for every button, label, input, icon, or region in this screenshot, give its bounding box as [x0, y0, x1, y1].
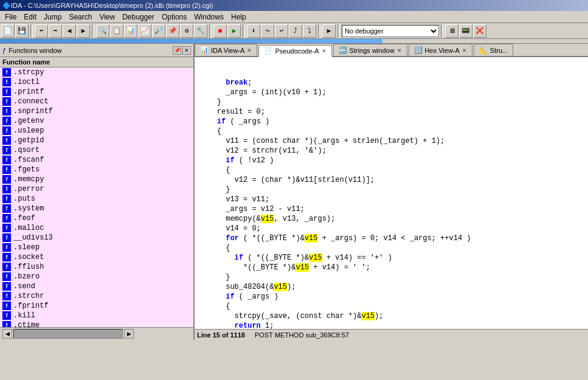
- functions-panel-pin[interactable]: 📌: [173, 46, 181, 55]
- tab-pseudocode[interactable]: 📄 Pseudocode-A ✕: [258, 45, 331, 57]
- list-item[interactable]: f.getenv: [0, 116, 193, 126]
- tb-end1[interactable]: 🖥: [445, 24, 458, 38]
- tb-step1[interactable]: ⬇: [247, 24, 260, 38]
- list-item[interactable]: f.system: [0, 204, 193, 213]
- tab-ida-view-close[interactable]: ✕: [247, 47, 252, 54]
- tb-btn5[interactable]: 🔎: [152, 24, 165, 38]
- tb-step5[interactable]: ⤵: [303, 24, 316, 38]
- code-line: v11 = (const char *)(_args + strlen(_tar…: [199, 136, 583, 146]
- tb-stop[interactable]: ■: [213, 24, 227, 38]
- list-item[interactable]: f.fgets: [0, 165, 193, 174]
- list-item[interactable]: f.memcpy: [0, 174, 193, 184]
- tb-btn8[interactable]: 🔧: [194, 24, 207, 38]
- menu-file[interactable]: File: [1, 12, 20, 22]
- list-item[interactable]: f.getpid: [0, 136, 193, 145]
- tab-ida-view[interactable]: 📊 IDA View-A ✕: [195, 44, 257, 56]
- tb-btn7[interactable]: ⚙: [180, 24, 193, 38]
- list-item[interactable]: f.fflush: [0, 262, 193, 272]
- list-item[interactable]: f.strcpy: [0, 67, 193, 77]
- list-item[interactable]: f.usleep: [0, 126, 193, 136]
- list-item[interactable]: f.connect: [0, 97, 193, 106]
- list-item[interactable]: f.puts: [0, 194, 193, 204]
- hscroll-right[interactable]: ▶: [124, 329, 134, 339]
- tab-strings-close[interactable]: ✕: [397, 47, 402, 54]
- code-line: memcpy(&v15, v13, _args);: [199, 214, 583, 224]
- tb-back2[interactable]: ◀: [63, 24, 76, 38]
- code-line: if ( _args ): [199, 117, 583, 126]
- function-name: .system: [13, 204, 44, 213]
- tb-btn6[interactable]: 📌: [166, 24, 179, 38]
- tb-step4[interactable]: ⤴: [289, 24, 302, 38]
- tb-btn2[interactable]: 📋: [110, 24, 123, 38]
- function-name: .puts: [13, 195, 35, 203]
- code-line: {: [199, 302, 583, 311]
- list-item[interactable]: f.ctime: [0, 320, 193, 327]
- tab-pseudocode-close[interactable]: ✕: [322, 48, 327, 54]
- list-item[interactable]: f.fprintf: [0, 301, 193, 311]
- tab-strings-window[interactable]: 🔤 Strings window ✕: [333, 44, 407, 56]
- function-icon: f: [2, 233, 11, 242]
- tab-struct[interactable]: 📐 Stru...: [474, 44, 513, 56]
- code-panel: 📊 IDA View-A ✕ 📄 Pseudocode-A ✕ 🔤 String…: [195, 44, 588, 340]
- list-item[interactable]: f.perror: [0, 184, 193, 194]
- menu-help[interactable]: Help: [227, 12, 250, 22]
- list-item[interactable]: f.kill: [0, 311, 193, 320]
- functions-panel-close[interactable]: ✕: [182, 46, 191, 55]
- tb-btn4[interactable]: 📈: [138, 24, 151, 38]
- debugger-select[interactable]: No debugger: [342, 25, 439, 37]
- code-line: return 1;: [199, 321, 583, 329]
- function-icon: f: [2, 243, 11, 252]
- status-bar: Line 15 of 1118 POST METHOD sub_369C8:57: [195, 329, 588, 340]
- function-name: .strchr: [13, 292, 44, 300]
- hscroll-left[interactable]: ◀: [2, 329, 12, 339]
- line-info: Line 15 of 1118: [197, 331, 245, 339]
- function-icon: f: [2, 175, 11, 184]
- list-item[interactable]: f.printf: [0, 87, 193, 97]
- code-line: for ( *((_BYTE *)&v15 + _args) = 0; v14 …: [199, 233, 583, 243]
- function-icon: f: [2, 204, 11, 213]
- tb-forward[interactable]: ➡: [49, 24, 62, 38]
- menu-debugger[interactable]: Debugger: [119, 12, 158, 22]
- tb-step2[interactable]: ↪: [261, 24, 274, 38]
- menu-search[interactable]: Search: [65, 12, 95, 22]
- list-item[interactable]: f.fscanf: [0, 155, 193, 165]
- list-item[interactable]: f.sleep: [0, 243, 193, 252]
- function-name: .qsort: [13, 146, 40, 154]
- tab-struct-label: Stru...: [490, 47, 508, 54]
- function-name: .kill: [13, 311, 35, 320]
- list-item[interactable]: f.socket: [0, 252, 193, 262]
- menu-view[interactable]: View: [95, 12, 119, 22]
- menu-options[interactable]: Options: [158, 12, 190, 22]
- tb-btn1[interactable]: 🔍: [96, 24, 109, 38]
- tab-hex-close[interactable]: ✕: [462, 47, 467, 54]
- tb-forward2[interactable]: ▶: [77, 24, 90, 38]
- tb-run[interactable]: ▶: [227, 24, 241, 38]
- tb-end3[interactable]: ❌: [473, 24, 486, 38]
- tb-new[interactable]: 📄: [1, 24, 15, 38]
- list-item[interactable]: f.send: [0, 282, 193, 291]
- tab-hex-view[interactable]: 🔢 Hex View-A ✕: [409, 44, 472, 56]
- list-item[interactable]: f.snprintf: [0, 106, 193, 116]
- functions-list[interactable]: f.strcpyf.ioctlf.printff.connectf.snprin…: [0, 67, 193, 327]
- function-name: .feof: [13, 214, 35, 223]
- list-item[interactable]: f.bzero: [0, 272, 193, 282]
- tb-back[interactable]: ⬅: [35, 24, 48, 38]
- tb-end2[interactable]: 📟: [459, 24, 472, 38]
- menu-jump[interactable]: Jump: [40, 12, 65, 22]
- code-area[interactable]: break; _args = (int)(v10 + 1); } result …: [195, 57, 588, 329]
- list-item[interactable]: f.malloc: [0, 223, 193, 233]
- list-item[interactable]: f.qsort: [0, 145, 193, 155]
- list-item[interactable]: f.strchr: [0, 291, 193, 301]
- tb-btn3[interactable]: 📊: [124, 24, 137, 38]
- list-item[interactable]: f.ioctl: [0, 77, 193, 87]
- tb-save[interactable]: 💾: [15, 24, 29, 38]
- hscroll-track[interactable]: [13, 329, 123, 339]
- list-item[interactable]: f__udivsi3: [0, 233, 193, 243]
- tb-play[interactable]: ▶: [322, 24, 336, 38]
- menu-windows[interactable]: Windows: [190, 12, 227, 22]
- functions-footer: ◀ ▶: [0, 327, 193, 340]
- menu-edit[interactable]: Edit: [20, 12, 40, 22]
- function-icon: f: [2, 302, 11, 310]
- list-item[interactable]: f.feof: [0, 213, 193, 223]
- tb-step3[interactable]: ↩: [275, 24, 288, 38]
